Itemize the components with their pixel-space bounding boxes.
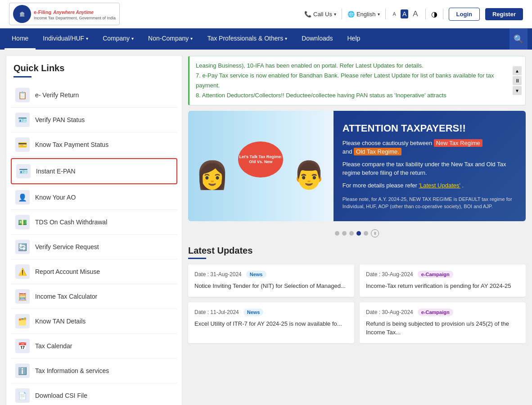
logo-emblem: 🏛️ [13, 5, 31, 23]
banner-text: ATTENTION TAXPAYERS!! Please choose caut… [334, 111, 526, 221]
main-layout: Quick Links 📋 e- Verify Return 🪪 Verify … [0, 50, 532, 405]
register-button[interactable]: Register [485, 8, 523, 20]
sidebar-item-instant-epan[interactable]: 🪪 Instant E-PAN [11, 158, 177, 184]
logo-box: 🏛️ e-Filing Anywhere Anytime Income Tax … [9, 3, 120, 25]
nav-non-company[interactable]: Non-Company ▾ [141, 28, 200, 50]
sidebar-item-tax-payment[interactable]: 💳 Know Tax Payment Status [11, 132, 177, 157]
know-ao-label: Know Your AO [35, 194, 76, 201]
carousel-dot-3[interactable] [349, 231, 354, 236]
carousel-dot-4[interactable] [356, 231, 361, 236]
banner-sub-3: For more details please refer 'Latest Up… [343, 181, 517, 190]
csi-label: Download CSI File [35, 392, 87, 399]
font-normal-button[interactable]: A [401, 9, 408, 18]
banner: 👩 Let's Talk Tax Regime: Old Vs. New 👨 A… [188, 111, 526, 221]
tax-payment-icon: 💳 [15, 137, 30, 152]
carousel-dot-1[interactable] [335, 231, 339, 236]
language-caret: ▾ [378, 12, 380, 17]
carousel-pause-button[interactable]: ⏸ [371, 229, 379, 237]
carousel-dot-5[interactable] [364, 231, 368, 236]
tax-calc-label: Income Tax Calculator [35, 293, 97, 300]
sidebar-item-tan[interactable]: 🗂️ Know TAN Details [11, 309, 177, 334]
tds-cash-label: TDS On Cash Withdrawal [35, 218, 107, 226]
top-right: 📞 Call Us ▾ 🌐 English ▾ A A A ◑ Login Re… [304, 8, 523, 21]
verify-pan-icon: 🪪 [15, 113, 30, 127]
call-us-button[interactable]: 📞 Call Us ▾ [304, 11, 336, 18]
sidebar-item-tax-calc[interactable]: 🧮 Income Tax Calculator [11, 284, 177, 309]
latest-updates-section: Latest Updates Date : 31-Aug-2024 News N… [188, 246, 526, 343]
new-tax-regime-highlight: New Tax Regime [434, 139, 482, 147]
search-button[interactable]: 🔍 [509, 28, 527, 50]
news-card-2[interactable]: Date : 30-Aug-2024 e-Campaign Income-Tax… [360, 264, 526, 297]
news-text-3: Excel Utility of ITR-7 for AY 2024-25 is… [194, 319, 348, 328]
sidebar-title-underline [14, 76, 32, 77]
sidebar-item-verify-service[interactable]: 🔄 Verify Service Request [11, 235, 177, 259]
nav-help[interactable]: Help [340, 28, 368, 50]
divider-2 [385, 9, 386, 19]
update-line-3: 8. Attention Deductors/Collectors!! Dedu… [196, 91, 519, 100]
pause-button[interactable]: ⏸ [513, 76, 522, 85]
news-card-4[interactable]: Date : 30-Aug-2024 e-Campaign Refund is … [360, 302, 526, 343]
latest-updates-title: Latest Updates [188, 246, 526, 256]
nav-home[interactable]: Home [5, 28, 36, 50]
language-label: English [356, 11, 376, 18]
news-text-1: Notice Inviting Tender for (NIT) for Sel… [194, 282, 348, 291]
verify-service-label: Verify Service Request [35, 243, 99, 250]
nav-downloads[interactable]: Downloads [294, 28, 340, 50]
scroll-up-button[interactable]: ▲ [513, 66, 522, 75]
sidebar-item-everify[interactable]: 📋 e- Verify Return [11, 83, 177, 108]
font-large-button[interactable]: A [411, 9, 419, 19]
banner-sub-2: Please compare the tax liability under t… [343, 160, 517, 177]
carousel-dot-2[interactable] [342, 231, 347, 236]
news-card-3[interactable]: Date : 11-Jul-2024 News Excel Utility of… [188, 302, 354, 343]
top-bar: 🏛️ e-Filing Anywhere Anytime Income Tax … [0, 0, 532, 28]
update-line-2: 7. e-Pay Tax service is now enabled for … [196, 71, 519, 91]
banner-scene: 👩 Let's Talk Tax Regime: Old Vs. New 👨 [191, 137, 330, 196]
everify-icon: 📋 [15, 88, 30, 102]
news-date-1: Date : 31-Aug-2024 [194, 271, 242, 278]
banner-line1: Please choose cautiously between [343, 140, 432, 146]
sidebar-item-know-ao[interactable]: 👤 Know Your AO [11, 185, 177, 210]
report-misuse-icon: ⚠️ [15, 264, 30, 279]
news-meta-3: Date : 11-Jul-2024 News [194, 309, 348, 316]
logo-title: e-Filing Anywhere Anytime [34, 8, 116, 16]
login-button[interactable]: Login [449, 8, 480, 21]
nav-tax-professionals[interactable]: Tax Professionals & Others ▾ [200, 28, 294, 50]
sidebar-item-tds-cash[interactable]: 💵 TDS On Cash Withdrawal [11, 210, 177, 235]
news-date-4: Date : 30-Aug-2024 [366, 309, 413, 315]
instant-epan-icon: 🪪 [16, 164, 31, 178]
banner-footnote: Please note, for A.Y. 2024-25, NEW TAX R… [343, 196, 517, 210]
language-button[interactable]: 🌐 English ▾ [347, 11, 380, 18]
contrast-button[interactable]: ◑ [431, 10, 437, 18]
updates-text: Leasing Business), 10-IFA has been enabl… [196, 61, 519, 100]
banner-visual: 👩 Let's Talk Tax Regime: Old Vs. New 👨 [188, 111, 334, 221]
divider-1 [342, 9, 342, 19]
nav-individual-huf[interactable]: Individual/HUF ▾ [36, 28, 95, 50]
know-ao-icon: 👤 [15, 190, 30, 205]
font-small-button[interactable]: A [391, 10, 398, 18]
person-right-icon: 👨 [292, 159, 326, 191]
sidebar: Quick Links 📋 e- Verify Return 🪪 Verify … [6, 56, 182, 405]
tan-label: Know TAN Details [35, 318, 86, 325]
csi-icon: 📄 [15, 388, 30, 403]
carousel-dots: ⏸ [188, 227, 526, 240]
banner-title: ATTENTION TAXPAYERS!! [343, 123, 517, 134]
sidebar-item-csi[interactable]: 📄 Download CSI File [11, 383, 177, 405]
scroll-controls: ▲ ⏸ ▼ [513, 66, 522, 95]
logo-text: e-Filing Anywhere Anytime Income Tax Dep… [34, 8, 116, 21]
tds-cash-icon: 💵 [15, 215, 30, 229]
news-card-1[interactable]: Date : 31-Aug-2024 News Notice Inviting … [188, 264, 354, 297]
nav-company[interactable]: Company ▾ [95, 28, 141, 50]
tagline-label: Anywhere Anytime [53, 10, 94, 15]
person-left-icon: 👩 [195, 159, 229, 191]
tan-icon: 🗂️ [15, 314, 30, 328]
sidebar-item-report-misuse[interactable]: ⚠️ Report Account Misuse [11, 259, 177, 284]
latest-updates-link[interactable]: 'Latest Updates' [419, 182, 460, 189]
scroll-down-button[interactable]: ▼ [513, 86, 522, 95]
news-meta-4: Date : 30-Aug-2024 e-Campaign [366, 309, 519, 316]
verify-pan-label: Verify PAN Status [35, 116, 85, 123]
banner-line4: For more details please refer [343, 182, 417, 189]
sidebar-item-tax-info[interactable]: ℹ️ Tax Information & services [11, 359, 177, 383]
sidebar-item-verify-pan[interactable]: 🪪 Verify PAN Status [11, 108, 177, 132]
divider-3 [425, 9, 426, 19]
sidebar-item-tax-calendar[interactable]: 📅 Tax Calendar [11, 334, 177, 359]
